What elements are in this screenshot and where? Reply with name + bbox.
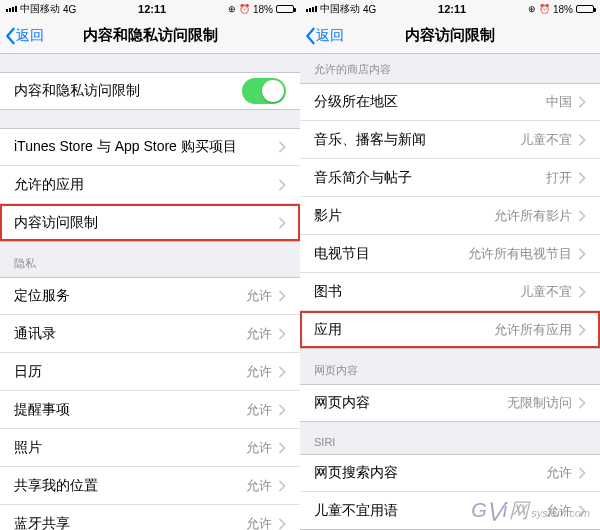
row-value: 允许: [546, 502, 572, 520]
chevron-right-icon: [278, 404, 286, 416]
row-label: 提醒事项: [14, 401, 246, 419]
toggle-label: 内容和隐私访问限制: [14, 82, 242, 100]
chevron-right-icon: [578, 134, 586, 146]
row-contacts[interactable]: 通讯录 允许: [0, 315, 300, 353]
row-label: 允许的应用: [14, 176, 278, 194]
screen-right: 中国移动 4G 12:11 ⊕ ⏰ 18% 返回 内容访问限制 允许的商店内容 …: [300, 0, 600, 530]
chevron-left-icon: [4, 27, 16, 45]
row-location-services[interactable]: 定位服务 允许: [0, 277, 300, 315]
chevron-right-icon: [578, 467, 586, 479]
page-title: 内容和隐私访问限制: [0, 26, 300, 45]
row-reminders[interactable]: 提醒事项 允许: [0, 391, 300, 429]
row-web-content[interactable]: 网页内容 无限制访问: [300, 384, 600, 422]
row-calendar[interactable]: 日历 允许: [0, 353, 300, 391]
row-music-profiles[interactable]: 音乐简介与帖子 打开: [300, 159, 600, 197]
toggle-switch[interactable]: [242, 78, 286, 104]
row-label: 通讯录: [14, 325, 246, 343]
chevron-right-icon: [278, 442, 286, 454]
row-label: 分级所在地区: [314, 93, 546, 111]
row-value: 中国: [546, 93, 572, 111]
row-value: 允许: [246, 439, 272, 457]
row-value: 打开: [546, 169, 572, 187]
row-value: 允许所有影片: [494, 207, 572, 225]
back-label: 返回: [16, 27, 44, 45]
row-value: 允许: [246, 363, 272, 381]
row-value: 无限制访问: [507, 394, 572, 412]
network-label: 4G: [63, 4, 76, 15]
row-apps[interactable]: 应用 允许所有应用: [300, 311, 600, 349]
screen-left: 中国移动 4G 12:11 ⊕ ⏰ 18% 返回 内容和隐私访问限制 内容和隐私…: [0, 0, 300, 530]
row-value: 允许: [246, 515, 272, 531]
chevron-right-icon: [278, 290, 286, 302]
row-allowed-apps[interactable]: 允许的应用: [0, 166, 300, 204]
clock-icon: ⏰: [239, 4, 250, 14]
battery-icon: [276, 5, 294, 13]
alarm-icon: ⊕: [228, 4, 236, 14]
privacy-group: 定位服务 允许 通讯录 允许 日历 允许 提醒事项 允许 照片 允许: [0, 277, 300, 530]
row-bluetooth-share[interactable]: 蓝牙共享 允许: [0, 505, 300, 530]
chevron-right-icon: [578, 286, 586, 298]
row-value: 允许所有电视节目: [468, 245, 572, 263]
row-value: 允许: [246, 477, 272, 495]
row-value: 允许: [246, 401, 272, 419]
row-label: 照片: [14, 439, 246, 457]
alarm-icon: ⊕: [528, 4, 536, 14]
row-label: 日历: [14, 363, 246, 381]
clock-icon: ⏰: [539, 4, 550, 14]
carrier-label: 中国移动: [320, 2, 360, 16]
row-photos[interactable]: 照片 允许: [0, 429, 300, 467]
row-music-podcasts-news[interactable]: 音乐、播客与新闻 儿童不宜: [300, 121, 600, 159]
row-label: 图书: [314, 283, 520, 301]
row-value: 允许: [246, 325, 272, 343]
row-tv-shows[interactable]: 电视节目 允许所有电视节目: [300, 235, 600, 273]
section-header-web: 网页内容: [300, 349, 600, 384]
status-time: 12:11: [138, 3, 166, 15]
network-label: 4G: [363, 4, 376, 15]
row-label: 蓝牙共享: [14, 515, 246, 531]
section-header-privacy: 隐私: [0, 242, 300, 277]
row-value: 儿童不宜: [520, 283, 572, 301]
row-label: 内容访问限制: [14, 214, 278, 232]
chevron-right-icon: [278, 366, 286, 378]
chevron-right-icon: [278, 179, 286, 191]
chevron-right-icon: [578, 172, 586, 184]
row-content-restrictions[interactable]: 内容访问限制: [0, 204, 300, 242]
chevron-left-icon: [304, 27, 316, 45]
page-title: 内容访问限制: [300, 26, 600, 45]
row-label: 音乐、播客与新闻: [314, 131, 520, 149]
battery-pct: 18%: [253, 4, 273, 15]
toggle-row-content-privacy[interactable]: 内容和隐私访问限制: [0, 72, 300, 110]
row-value: 儿童不宜: [520, 131, 572, 149]
row-share-location[interactable]: 共享我的位置 允许: [0, 467, 300, 505]
back-button[interactable]: 返回: [0, 27, 44, 45]
chevron-right-icon: [578, 397, 586, 409]
nav-bar: 返回 内容访问限制: [300, 18, 600, 54]
content-area: 允许的商店内容 分级所在地区 中国 音乐、播客与新闻 儿童不宜 音乐简介与帖子 …: [300, 54, 600, 530]
row-value: 允许: [246, 287, 272, 305]
row-value: 允许: [546, 464, 572, 482]
row-web-search-content[interactable]: 网页搜索内容 允许: [300, 454, 600, 492]
row-movies[interactable]: 影片 允许所有影片: [300, 197, 600, 235]
signal-icon: [306, 6, 317, 12]
row-itunes-purchases[interactable]: iTunes Store 与 App Store 购买项目: [0, 128, 300, 166]
row-explicit-language[interactable]: 儿童不宜用语 允许: [300, 492, 600, 530]
battery-pct: 18%: [553, 4, 573, 15]
chevron-right-icon: [578, 96, 586, 108]
chevron-right-icon: [578, 248, 586, 260]
status-bar: 中国移动 4G 12:11 ⊕ ⏰ 18%: [300, 0, 600, 18]
chevron-right-icon: [578, 324, 586, 336]
row-value: 允许所有应用: [494, 321, 572, 339]
chevron-right-icon: [578, 210, 586, 222]
row-label: 音乐简介与帖子: [314, 169, 546, 187]
row-label: 网页搜索内容: [314, 464, 546, 482]
chevron-right-icon: [278, 217, 286, 229]
row-label: 网页内容: [314, 394, 507, 412]
back-button[interactable]: 返回: [300, 27, 344, 45]
nav-bar: 返回 内容和隐私访问限制: [0, 18, 300, 54]
row-label: 电视节目: [314, 245, 468, 263]
row-label: 儿童不宜用语: [314, 502, 546, 520]
row-books[interactable]: 图书 儿童不宜: [300, 273, 600, 311]
chevron-right-icon: [278, 480, 286, 492]
row-rating-region[interactable]: 分级所在地区 中国: [300, 83, 600, 121]
chevron-right-icon: [278, 141, 286, 153]
